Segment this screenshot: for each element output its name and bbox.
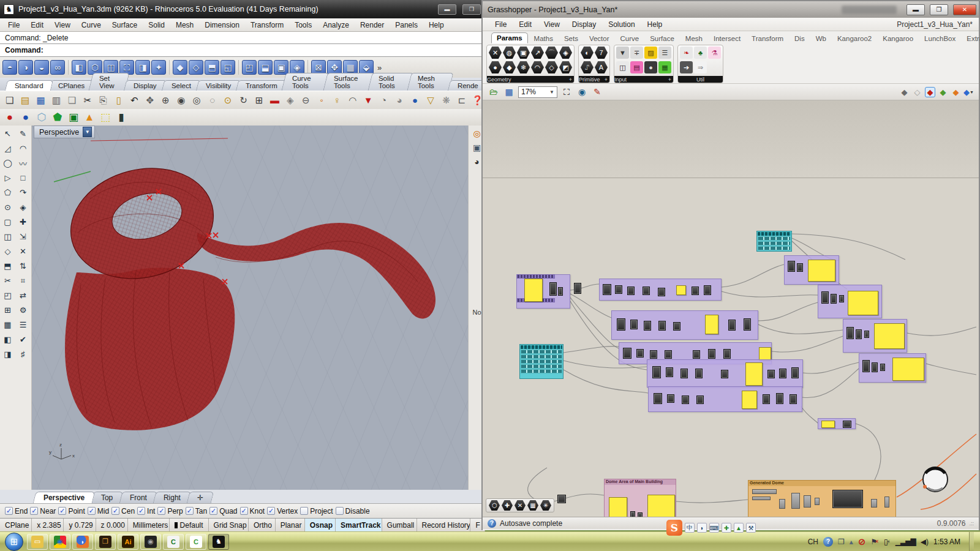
gh-component[interactable] [790,394,797,404]
status-cell-smarttrack[interactable]: SmartTrack [336,519,382,531]
component-hex-icon[interactable]: A [595,61,608,73]
viewport-menu-chevron-icon[interactable]: ▼ [83,127,92,137]
recent-component-icon[interactable]: ✚ [502,500,513,511]
recent-component-icon[interactable]: ✳ [540,500,551,511]
taskbar-app-c-app2-icon[interactable]: C [186,534,206,550]
standard-tool-icon[interactable]: ◠ [345,93,360,108]
standard-tool-icon[interactable]: ❋ [439,93,453,108]
taskbar-app-media-app-icon[interactable]: ◉ [140,534,161,550]
osnap-checkbox-mid[interactable]: ✓ [88,507,96,515]
yellow-panel[interactable] [742,391,757,409]
standard-tool-icon[interactable]: ❏ [65,93,79,108]
gh-group-dome-area[interactable]: Dome Area of Main Building [604,479,676,517]
gh-component-gray[interactable] [791,493,800,509]
gh-component[interactable] [696,395,704,404]
standard-tool-icon[interactable]: ◕ [392,93,406,108]
component-hex-icon[interactable]: ✕ [489,47,502,59]
sidebar-tool-icon[interactable]: ◿ [1,141,15,156]
standard-tool-icon[interactable]: ◈ [283,93,297,108]
action-center-flag-icon[interactable]: ⚑✕ [870,538,878,546]
osnap-item-vertex[interactable]: ✓Vertex [267,507,298,515]
osnap-checkbox-int[interactable]: ✓ [137,507,145,515]
gh-text-panel[interactable] [519,344,564,379]
component-icon[interactable]: ▨ [644,47,657,59]
maximize-button[interactable]: ❐ [462,4,481,15]
osnap-item-end[interactable]: ✓End [5,507,28,515]
osnap-item-near[interactable]: ✓Near [30,507,56,515]
gh-component[interactable] [846,327,854,339]
zoom-extents-icon[interactable]: ⛶ [560,86,573,98]
gh-component[interactable] [652,366,661,378]
gh-node-group[interactable] [843,319,907,353]
component-hex-icon[interactable]: ◐ [581,47,594,59]
gh-component[interactable] [558,287,563,296]
help-icon[interactable]: ? [823,537,833,547]
show-hidden-icon[interactable]: ▴ [850,538,853,546]
rhino-title-bar[interactable]: ♞ Project1_v3_Hua_Yan.3dm (9262 KB) - Rh… [0,0,484,18]
resize-grip[interactable]: .:: [969,520,974,527]
yellow-panel[interactable] [676,285,686,295]
status-cell-ortho[interactable]: Ortho [249,519,276,531]
gh-component[interactable] [650,350,657,359]
osnap-item-tan[interactable]: ✓Tan [186,507,207,515]
gh-component[interactable] [627,287,635,295]
component-hex-icon[interactable]: ⌒ [545,47,558,59]
gh-component[interactable] [615,285,622,294]
sidebar-tool-icon[interactable]: ✚ [16,215,30,229]
component-icon[interactable]: ➔ [680,61,693,73]
yellow-panel[interactable] [745,362,763,386]
blocked-icon[interactable]: ⊘ [858,536,866,547]
yellow-panel[interactable] [892,358,924,381]
gh-component[interactable] [872,362,878,372]
gh-canvas[interactable]: Dome Area of Main BuildingGenerated Dome… [483,100,979,517]
osnap-checkbox-end[interactable]: ✓ [5,507,13,515]
gh-menu-edit[interactable]: Edit [513,19,538,30]
gh-component-gray[interactable] [815,498,820,505]
component-hex-icon[interactable]: 7 [595,47,608,59]
rhino-menu-dimension[interactable]: Dimension [199,20,245,31]
sidebar-tool-icon[interactable]: ◯ [1,156,15,170]
display-mode-icon[interactable]: ⬟ [50,110,65,125]
component-icon[interactable]: ▼ [616,47,629,59]
gh-component[interactable] [856,329,862,339]
component-hex-icon[interactable]: ◈ [559,47,572,59]
palette-expand-button[interactable]: + [668,77,671,83]
gh-component[interactable] [654,393,662,404]
status-cell-grid-snap[interactable]: Grid Snap [209,519,249,531]
gh-component-gray[interactable] [752,489,777,494]
osnap-checkbox-near[interactable]: ✓ [30,507,38,515]
standard-tool-icon[interactable]: ⊙ [221,93,235,108]
osnap-checkbox-quad[interactable]: ✓ [209,507,217,515]
component-icon[interactable]: ▤ [630,61,643,73]
standard-tool-icon[interactable]: ▤ [18,93,32,108]
sidebar-tool-icon[interactable]: ◇ [1,244,15,258]
rhino-menu-file[interactable]: File [2,20,25,31]
component-icon[interactable]: ⇒ [694,61,707,73]
gh-component-gray[interactable] [884,497,889,508]
solid-tool-icon[interactable]: ◇ [189,60,203,75]
gh-component[interactable] [821,291,829,304]
gh-component[interactable] [658,321,666,331]
recent-component-icon[interactable]: ⬡ [489,500,500,511]
solid-tool-icon[interactable]: ∞ [50,60,65,75]
gh-component[interactable] [779,369,786,378]
minimize-button[interactable]: ▬ [438,4,456,15]
gh-component[interactable] [831,294,837,304]
taskbar-app-chrome-icon[interactable]: ◉ [50,534,70,550]
display-mode-icon[interactable]: ▲ [82,110,97,125]
toolbar-tab-curve-tools[interactable]: Curve Tools [282,73,330,91]
component-icon[interactable]: ❧ [680,47,693,59]
gh-tab-wb[interactable]: Wb [811,34,831,43]
show-desktop-button[interactable] [969,532,974,551]
gh-component[interactable] [680,369,688,378]
gh-component[interactable] [692,287,699,295]
rhino-menu-help[interactable]: Help [423,20,450,31]
gh-component[interactable] [617,318,625,331]
recent-component-icon[interactable]: ▦ [527,500,538,511]
gh-component[interactable] [636,349,644,358]
component-icon[interactable]: ◫ [616,61,629,73]
standard-tool-icon[interactable]: ✥ [143,93,157,108]
sidebar-tool-icon[interactable]: 〰 [16,156,30,170]
standard-tool-icon[interactable]: ◔ [377,93,391,108]
component-hex-icon[interactable]: ◠ [531,61,544,73]
